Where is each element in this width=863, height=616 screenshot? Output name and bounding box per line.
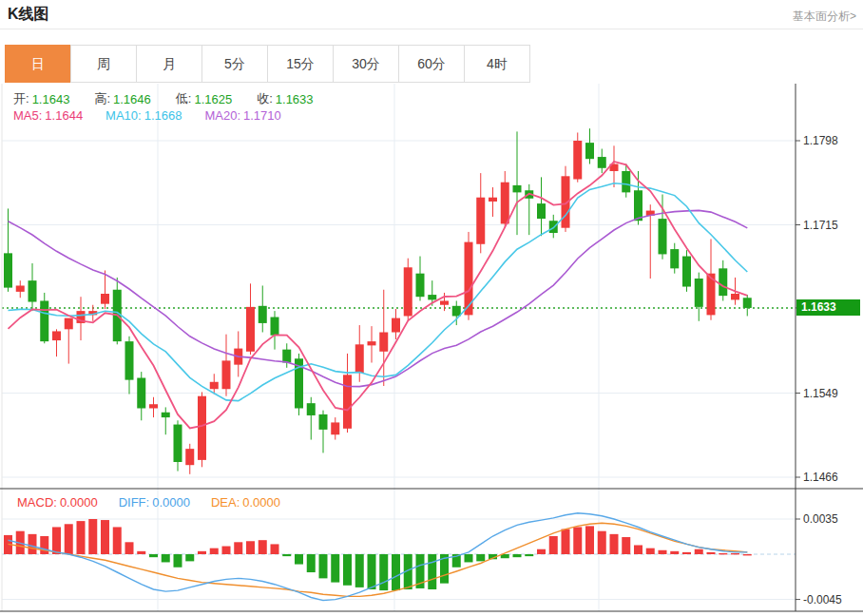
macd-macd-label: MACD: [17, 495, 57, 510]
ohlc-close-label: 收: [257, 90, 273, 107]
ohlc-open-value: 1.1643 [32, 92, 70, 106]
price-axis-label: 1.1549 [803, 387, 838, 400]
ma-legend: MA5:1.1644MA10:1.1668MA20:1.1710 [13, 108, 281, 123]
ma-ma20-value: 1.1710 [243, 108, 281, 123]
ohlc-close: 收:1.1633 [257, 90, 313, 107]
current-price-tag: 1.1633 [796, 299, 860, 316]
ma-ma10: MA10:1.1668 [105, 108, 182, 123]
ohlc-open: 开:1.1643 [13, 90, 69, 107]
ohlc-legend: 开:1.1643高:1.1646低:1.1625收:1.1633 [13, 90, 314, 107]
axis-ticks [796, 141, 800, 600]
ma-ma5: MA5:1.1644 [13, 108, 83, 123]
ohlc-low-label: 低: [176, 90, 192, 107]
ma-ma20: MA20:1.1710 [204, 108, 280, 123]
macd-legend: MACD:0.0000DIFF:0.0000DEA:0.0000 [17, 495, 280, 510]
macd-dea-label: DEA: [211, 495, 240, 510]
price-axis-label: 1.1798 [803, 134, 838, 147]
macd-diff: DIFF:0.0000 [119, 495, 190, 510]
ma-ma10-value: 1.1668 [144, 108, 182, 123]
macd-dea-value: 0.0000 [242, 495, 280, 510]
ma-ma5-label: MA5: [13, 108, 42, 123]
macd-macd: MACD:0.0000 [17, 495, 98, 510]
ohlc-high-value: 1.1646 [113, 92, 151, 106]
kline-widget: K线图 基本面分析> 日周月5分15分30分60分4时 开:1.1643高:1.… [0, 0, 863, 616]
macd-diff-label: DIFF: [119, 495, 150, 510]
ma-ma20-label: MA20: [204, 108, 240, 123]
ohlc-low-value: 1.1625 [194, 92, 232, 106]
candles-layer [4, 128, 752, 474]
ohlc-open-label: 开: [13, 90, 29, 107]
ohlc-high-label: 高: [94, 90, 110, 107]
diff-line [9, 513, 748, 601]
macd-diff-value: 0.0000 [152, 495, 190, 510]
ohlc-low: 低:1.1625 [176, 90, 232, 107]
ohlc-high: 高:1.1646 [94, 90, 150, 107]
ohlc-close-value: 1.1633 [276, 92, 314, 106]
macd-dea: DEA:0.0000 [211, 495, 280, 510]
ma-ma10-label: MA10: [105, 108, 142, 123]
ma-ma5-value: 1.1644 [45, 108, 83, 123]
price-axis-label: 1.1715 [803, 219, 838, 232]
macd-macd-value: 0.0000 [60, 495, 98, 510]
price-axis-label: 1.1466 [803, 471, 838, 484]
macd-axis-label: 0.0035 [803, 512, 838, 526]
macd-axis-label: -0.0045 [803, 593, 842, 606]
